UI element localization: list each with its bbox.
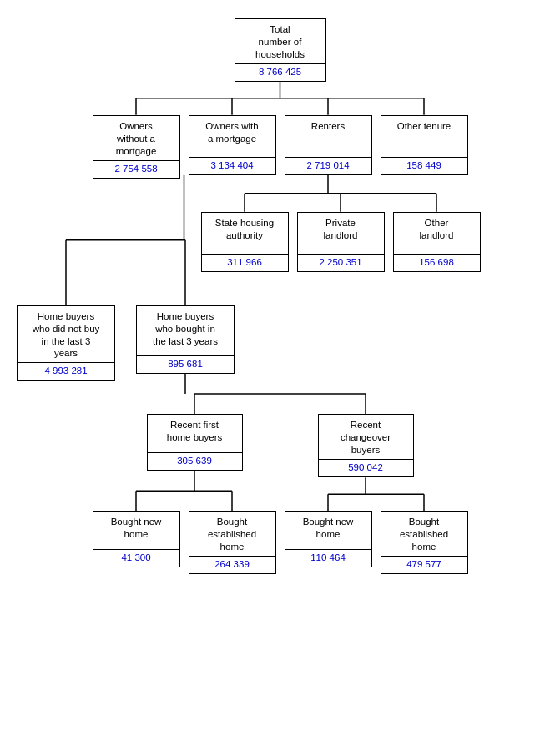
node-bought-last-3: Home buyers who bought in the last 3 yea… (136, 305, 235, 374)
n8-value: 4 993 281 (18, 362, 114, 380)
node-bought-new-2: Bought new home 110 464 (285, 511, 372, 567)
n12-value: 41 300 (93, 549, 179, 567)
node-renters: Renters 2 719 014 (285, 115, 372, 175)
n3-label: Renters (306, 116, 350, 135)
n10-value: 305 639 (148, 452, 242, 470)
n3-value: 2 719 014 (285, 157, 371, 174)
node-root-label: Total number of households (250, 19, 310, 63)
n5-label: State housing authority (210, 213, 279, 244)
n13-label: Bought established home (203, 512, 261, 556)
n9-label: Home buyers who bought in the last 3 yea… (148, 306, 223, 350)
n2-label: Owners with a mortgage (200, 116, 263, 148)
node-first-home: Recent first home buyers 305 639 (147, 414, 243, 471)
n1-label: Owners without a mortgage (111, 116, 162, 160)
n13-value: 264 339 (189, 556, 275, 573)
n5-value: 311 966 (202, 254, 288, 271)
node-changeover: Recent changeover buyers 590 042 (318, 414, 414, 477)
node-bought-new-1: Bought new home 41 300 (93, 511, 180, 567)
n2-value: 3 134 404 (189, 157, 275, 174)
n4-label: Other tenure (392, 116, 457, 135)
n14-value: 110 464 (285, 549, 371, 567)
n6-value: 2 250 351 (298, 254, 384, 271)
node-root-value: 8 766 425 (235, 63, 325, 81)
n15-value: 479 577 (381, 556, 467, 573)
n1-value: 2 754 558 (93, 160, 179, 178)
node-root: Total number of households 8 766 425 (235, 18, 326, 82)
n12-label: Bought new home (106, 512, 167, 543)
node-did-not-buy: Home buyers who did not buy in the last … (17, 305, 115, 381)
n9-value: 895 681 (137, 355, 234, 373)
n14-label: Bought new home (298, 512, 359, 543)
node-private-landlord: Private landlord 2 250 351 (297, 212, 385, 272)
n7-label: Other landlord (415, 213, 459, 244)
n15-label: Bought established home (395, 512, 453, 556)
node-other-landlord: Other landlord 156 698 (393, 212, 481, 272)
n10-label: Recent first home buyers (162, 415, 227, 446)
node-state-housing: State housing authority 311 966 (201, 212, 289, 272)
n6-label: Private landlord (319, 213, 363, 244)
n4-value: 158 449 (381, 157, 467, 174)
node-other-tenure: Other tenure 158 449 (381, 115, 468, 175)
node-owners-mortgage: Owners with a mortgage 3 134 404 (189, 115, 276, 175)
n11-label: Recent changeover buyers (335, 415, 396, 459)
node-bought-established-1: Bought established home 264 339 (189, 511, 276, 574)
n7-value: 156 698 (394, 254, 480, 271)
node-bought-established-2: Bought established home 479 577 (381, 511, 468, 574)
n8-label: Home buyers who did not buy in the last … (28, 306, 105, 363)
n11-value: 590 042 (319, 459, 413, 476)
node-owners-no-mortgage: Owners without a mortgage 2 754 558 (93, 115, 180, 179)
